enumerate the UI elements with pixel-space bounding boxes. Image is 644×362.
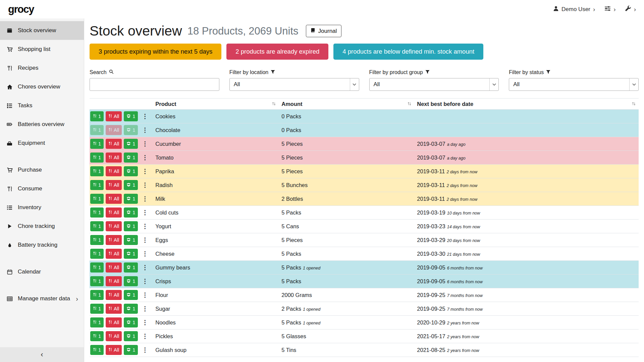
consume-one-button[interactable]: 1	[90, 262, 104, 273]
sidebar-item[interactable]: Tasks	[0, 96, 84, 115]
product-column-header[interactable]: Product	[153, 99, 279, 110]
row-menu-button[interactable]: ⋮	[140, 250, 150, 257]
open-one-button[interactable]: 1	[124, 194, 138, 204]
row-menu-button[interactable]: ⋮	[140, 305, 150, 312]
sidebar-item[interactable]: Recipes	[0, 59, 84, 77]
consume-one-button[interactable]: 1	[90, 139, 104, 149]
consume-all-button[interactable]: All	[106, 262, 122, 273]
consume-one-button[interactable]: 1	[90, 221, 104, 231]
consume-all-button[interactable]: All	[106, 304, 122, 314]
row-menu-button[interactable]: ⋮	[140, 181, 150, 189]
open-one-button[interactable]: 1	[124, 153, 138, 163]
consume-one-button[interactable]: 1	[90, 345, 104, 355]
admin-menu[interactable]: ›	[625, 5, 636, 13]
consume-one-button[interactable]: 1	[90, 235, 104, 245]
row-menu-button[interactable]: ⋮	[140, 195, 150, 202]
open-one-button[interactable]: 1	[124, 262, 138, 273]
row-menu-button[interactable]: ⋮	[140, 223, 150, 230]
sidebar-collapse-button[interactable]: ‹	[0, 347, 84, 362]
row-menu-button[interactable]: ⋮	[140, 168, 150, 175]
row-menu-button[interactable]: ⋮	[140, 333, 150, 340]
consume-one-button[interactable]: 1	[90, 304, 104, 314]
consume-all-button[interactable]: All	[106, 207, 122, 218]
search-input[interactable]	[90, 78, 219, 91]
row-menu-button[interactable]: ⋮	[140, 291, 150, 299]
sidebar-item[interactable]: Stock overview	[0, 21, 84, 40]
sidebar-item[interactable]: Consume	[0, 179, 84, 198]
consume-all-button[interactable]: All	[106, 153, 122, 163]
row-menu-button[interactable]: ⋮	[140, 126, 150, 134]
open-one-button[interactable]: 1	[124, 166, 138, 176]
sidebar-item[interactable]: Battery tracking	[0, 236, 84, 254]
consume-one-button[interactable]: 1	[90, 331, 104, 341]
open-one-button[interactable]: 1	[124, 221, 138, 231]
open-one-button[interactable]: 1	[124, 125, 138, 135]
open-one-button[interactable]: 1	[124, 304, 138, 314]
consume-all-button[interactable]: All	[106, 345, 122, 355]
consume-one-button[interactable]: 1	[90, 317, 104, 327]
row-menu-button[interactable]: ⋮	[140, 154, 150, 161]
row-menu-button[interactable]: ⋮	[140, 209, 150, 216]
row-menu-button[interactable]: ⋮	[140, 236, 150, 244]
consume-all-button[interactable]: All	[106, 180, 122, 190]
sidebar-item[interactable]: Shopping list	[0, 40, 84, 59]
open-one-button[interactable]: 1	[124, 207, 138, 218]
consume-all-button[interactable]: All	[106, 166, 122, 176]
filter-select[interactable]: All	[369, 78, 499, 91]
open-one-button[interactable]: 1	[124, 180, 138, 190]
consume-one-button[interactable]: 1	[90, 194, 104, 204]
open-one-button[interactable]: 1	[124, 290, 138, 300]
open-one-button[interactable]: 1	[124, 317, 138, 327]
user-menu[interactable]: Demo User ›	[553, 6, 595, 13]
row-menu-button[interactable]: ⋮	[140, 278, 150, 285]
consume-all-button[interactable]: All	[106, 125, 122, 135]
open-one-button[interactable]: 1	[124, 276, 138, 286]
consume-all-button[interactable]: All	[106, 276, 122, 286]
journal-button[interactable]: Journal	[306, 25, 342, 37]
row-menu-button[interactable]: ⋮	[140, 140, 150, 147]
consume-all-button[interactable]: All	[106, 221, 122, 231]
open-one-button[interactable]: 1	[124, 345, 138, 355]
amount-column-header[interactable]: Amount	[279, 99, 414, 110]
row-menu-button[interactable]: ⋮	[140, 346, 150, 354]
sidebar-item[interactable]: Calendar	[0, 262, 84, 281]
sidebar-item[interactable]: Inventory	[0, 198, 84, 217]
consume-one-button[interactable]: 1	[90, 125, 104, 135]
consume-all-button[interactable]: All	[106, 139, 122, 149]
sidebar-item[interactable]: Manage master data ›	[0, 289, 84, 308]
stock-alert-button[interactable]: 3 products expiring within the next 5 da…	[90, 44, 221, 60]
sidebar-item[interactable]: Chores overview	[0, 77, 84, 96]
app-logo[interactable]: grocy	[8, 3, 34, 15]
consume-all-button[interactable]: All	[106, 194, 122, 204]
filter-select[interactable]: All	[509, 78, 639, 91]
open-one-button[interactable]: 1	[124, 249, 138, 259]
stock-alert-button[interactable]: 2 products are already expired	[226, 44, 328, 60]
consume-all-button[interactable]: All	[106, 235, 122, 245]
consume-one-button[interactable]: 1	[90, 153, 104, 163]
consume-one-button[interactable]: 1	[90, 249, 104, 259]
consume-all-button[interactable]: All	[106, 290, 122, 300]
consume-one-button[interactable]: 1	[90, 111, 104, 121]
consume-all-button[interactable]: All	[106, 249, 122, 259]
open-one-button[interactable]: 1	[124, 111, 138, 121]
row-menu-button[interactable]: ⋮	[140, 264, 150, 271]
filter-select[interactable]: All	[229, 78, 359, 91]
sidebar-item[interactable]: Chore tracking	[0, 217, 84, 236]
consume-one-button[interactable]: 1	[90, 207, 104, 218]
open-one-button[interactable]: 1	[124, 331, 138, 341]
consume-all-button[interactable]: All	[106, 317, 122, 327]
consume-one-button[interactable]: 1	[90, 290, 104, 300]
row-menu-button[interactable]: ⋮	[140, 319, 150, 326]
consume-all-button[interactable]: All	[106, 331, 122, 341]
settings-menu[interactable]: ›	[604, 6, 615, 13]
sidebar-item[interactable]: Equipment	[0, 134, 84, 153]
consume-all-button[interactable]: All	[106, 111, 122, 121]
consume-one-button[interactable]: 1	[90, 166, 104, 176]
row-menu-button[interactable]: ⋮	[140, 113, 150, 120]
sidebar-item[interactable]: Batteries overview	[0, 115, 84, 134]
open-one-button[interactable]: 1	[124, 139, 138, 149]
consume-one-button[interactable]: 1	[90, 276, 104, 286]
open-one-button[interactable]: 1	[124, 235, 138, 245]
stock-alert-button[interactable]: 4 products are below defined min. stock …	[333, 44, 483, 60]
sidebar-item[interactable]: Purchase	[0, 161, 84, 179]
